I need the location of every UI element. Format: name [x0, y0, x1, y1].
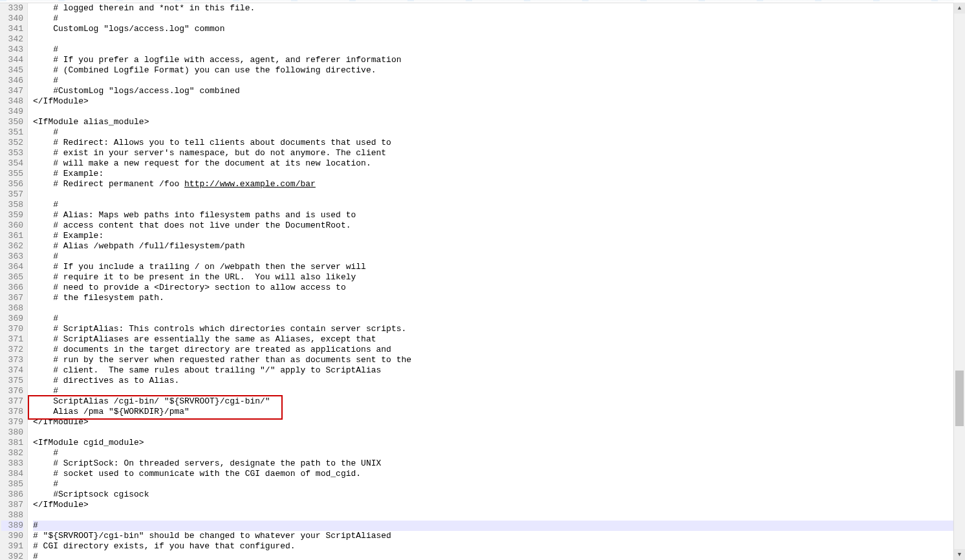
scrollbar-down-button[interactable]: ▼ [954, 549, 965, 560]
code-line[interactable]: # socket used to communicate with the CG… [33, 469, 965, 479]
line-number: 374 [1, 365, 23, 376]
line-number-gutter: 3393403413423433443453463473483493503513… [0, 3, 28, 560]
code-line[interactable]: </IfModule> [33, 500, 965, 510]
line-number: 386 [1, 490, 23, 500]
code-line[interactable]: CustomLog "logs/access.log" common [33, 24, 965, 34]
line-number: 339 [1, 3, 23, 14]
code-line[interactable]: # [33, 45, 965, 55]
code-line[interactable]: # will make a new request for the docume… [33, 158, 965, 169]
code-line[interactable]: # documents in the target directory are … [33, 345, 965, 355]
line-number: 340 [1, 14, 23, 24]
code-content[interactable]: # logged therein and *not* in this file.… [28, 3, 965, 560]
line-number: 363 [1, 252, 23, 262]
line-number: 368 [1, 303, 23, 314]
line-number: 391 [1, 541, 23, 552]
line-number: 360 [1, 221, 23, 231]
line-number: 381 [1, 438, 23, 448]
code-line[interactable]: </IfModule> [33, 417, 965, 427]
code-line[interactable]: # run by the server when requested rathe… [33, 355, 965, 365]
line-number: 343 [1, 45, 23, 55]
code-line[interactable]: ScriptAlias /cgi-bin/ "${SRVROOT}/cgi-bi… [33, 396, 965, 407]
code-line[interactable]: # Redirect: Allows you to tell clients a… [33, 138, 965, 148]
code-line[interactable]: # Alias /webpath /full/filesystem/path [33, 241, 965, 252]
line-number: 364 [1, 262, 23, 272]
line-number: 365 [1, 272, 23, 283]
line-number: 370 [1, 324, 23, 334]
line-number: 355 [1, 169, 23, 179]
code-line[interactable] [33, 427, 965, 438]
code-line[interactable]: # (Combined Logfile Format) you can use … [33, 65, 965, 76]
code-line[interactable] [33, 189, 965, 200]
line-number: 353 [1, 148, 23, 158]
line-number: 367 [1, 293, 23, 303]
line-number: 390 [1, 531, 23, 541]
code-line[interactable]: #CustomLog "logs/access.log" combined [33, 86, 965, 96]
code-line[interactable]: # [33, 479, 965, 490]
code-line[interactable]: # [33, 127, 965, 138]
code-line[interactable]: # If you include a trailing / on /webpat… [33, 262, 965, 272]
code-line[interactable]: # ScriptAliases are essentially the same… [33, 334, 965, 345]
scrollbar-thumb[interactable] [955, 371, 964, 426]
code-line[interactable]: # ScriptSock: On threaded servers, desig… [33, 458, 965, 469]
line-number: 385 [1, 479, 23, 490]
code-line[interactable] [33, 107, 965, 117]
code-line[interactable]: <IfModule cgid_module> [33, 438, 965, 448]
code-line[interactable]: # need to provide a <Directory> section … [33, 283, 965, 293]
line-number: 383 [1, 458, 23, 469]
code-line[interactable]: </IfModule> [33, 96, 965, 107]
line-number: 350 [1, 117, 23, 127]
line-number: 382 [1, 448, 23, 458]
line-number: 348 [1, 96, 23, 107]
line-number: 373 [1, 355, 23, 365]
code-line[interactable]: # Redirect permanent /foo http://www.exa… [33, 179, 965, 189]
code-line[interactable]: # [33, 386, 965, 396]
code-line[interactable]: # Example: [33, 231, 965, 241]
code-line[interactable]: <IfModule alias_module> [33, 117, 965, 127]
code-line[interactable]: # require it to be present in the URL. Y… [33, 272, 965, 283]
code-line[interactable]: # the filesystem path. [33, 293, 965, 303]
code-line[interactable]: # [33, 552, 965, 560]
code-line[interactable]: # "${SRVROOT}/cgi-bin" should be changed… [33, 531, 965, 541]
code-line[interactable]: # client. The same rules about trailing … [33, 365, 965, 376]
code-line[interactable]: # If you prefer a logfile with access, a… [33, 55, 965, 65]
line-number: 346 [1, 76, 23, 86]
line-number: 356 [1, 179, 23, 189]
code-line[interactable]: # Alias: Maps web paths into filesystem … [33, 210, 965, 221]
line-number: 384 [1, 469, 23, 479]
code-line[interactable]: #Scriptsock cgisock [33, 490, 965, 500]
line-number: 392 [1, 552, 23, 560]
code-line[interactable]: # Example: [33, 169, 965, 179]
line-number: 379 [1, 417, 23, 427]
code-line[interactable]: # exist in your server's namespace, but … [33, 148, 965, 158]
line-number: 362 [1, 241, 23, 252]
code-line[interactable] [33, 303, 965, 314]
code-line[interactable] [33, 34, 965, 45]
code-line[interactable]: # access content that does not live unde… [33, 221, 965, 231]
line-number: 380 [1, 427, 23, 438]
scrollbar-up-button[interactable]: ▲ [954, 3, 965, 14]
code-line[interactable]: # [33, 448, 965, 458]
url-link[interactable]: http://www.example.com/bar [184, 179, 316, 189]
line-number: 371 [1, 334, 23, 345]
vertical-scrollbar[interactable]: ▲ ▼ [953, 3, 965, 560]
line-number: 358 [1, 200, 23, 210]
line-number: 377 [1, 396, 23, 407]
line-number: 366 [1, 283, 23, 293]
line-number: 361 [1, 231, 23, 241]
code-line[interactable]: # [33, 252, 965, 262]
code-line[interactable]: # logged therein and *not* in this file. [33, 3, 965, 14]
line-number: 359 [1, 210, 23, 221]
line-number: 378 [1, 407, 23, 417]
code-line[interactable]: # [33, 314, 965, 324]
line-number: 369 [1, 314, 23, 324]
code-line[interactable]: # [33, 521, 965, 531]
line-number: 372 [1, 345, 23, 355]
code-line[interactable] [33, 510, 965, 521]
code-line[interactable]: # ScriptAlias: This controls which direc… [33, 324, 965, 334]
code-line[interactable]: # [33, 76, 965, 86]
code-line[interactable]: # [33, 200, 965, 210]
code-line[interactable]: # directives as to Alias. [33, 376, 965, 386]
code-line[interactable]: # CGI directory exists, if you have that… [33, 541, 965, 552]
code-line[interactable]: # [33, 14, 965, 24]
code-line[interactable]: Alias /pma "${WORKDIR}/pma" [33, 407, 965, 417]
